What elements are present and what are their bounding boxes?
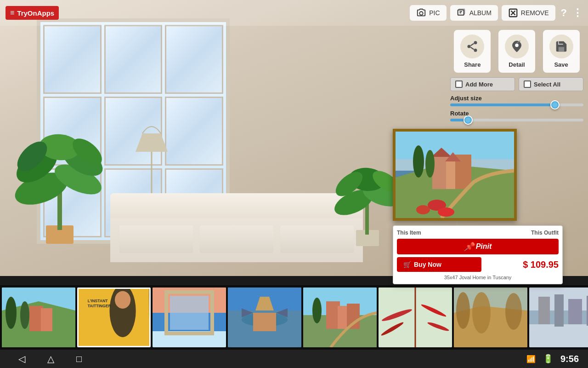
pic-label: PIC — [429, 9, 440, 17]
detail-label: Detail — [509, 61, 525, 68]
thumb-7-image — [454, 288, 527, 347]
home-button[interactable]: △ — [38, 351, 63, 366]
svg-line-48 — [471, 44, 474, 46]
detail-icon — [510, 40, 524, 53]
share-button[interactable]: Share — [454, 30, 491, 73]
thumb-3-image — [153, 288, 226, 347]
svg-point-46 — [468, 45, 471, 48]
svg-point-32 — [425, 150, 435, 178]
app-name: TryOnApps — [17, 9, 54, 17]
add-more-button[interactable]: Add More — [450, 77, 515, 91]
save-button[interactable]: Save — [543, 30, 580, 73]
buy-row: 🛒 Buy Now $ 109.95 — [397, 257, 559, 272]
svg-text:TAITTINGER: TAITTINGER — [88, 304, 112, 308]
battery-icon: 🔋 — [543, 354, 553, 364]
recent-button[interactable]: □ — [67, 351, 91, 366]
svg-point-54 — [6, 297, 17, 329]
rotate-thumb[interactable] — [464, 115, 473, 125]
svg-line-49 — [471, 47, 474, 50]
nav-right: 📶 🔋 9:56 — [526, 354, 579, 364]
svg-rect-73 — [253, 313, 276, 331]
buy-now-label: Buy Now — [414, 261, 441, 268]
right-panel: Share Detail Save — [450, 30, 583, 125]
rotate-track[interactable] — [450, 119, 583, 121]
thumbnail-2[interactable]: L'INSTANT TAITTINGER — [77, 288, 151, 347]
svg-point-55 — [20, 301, 29, 329]
popup-header: This Item This Outfit — [397, 230, 559, 236]
select-all-button[interactable]: Select All — [519, 77, 583, 91]
select-all-checkbox — [524, 80, 531, 88]
album-icon — [457, 8, 467, 18]
thumbnail-5[interactable] — [303, 288, 377, 347]
adjust-size-section: Adjust size — [450, 95, 583, 106]
svg-point-31 — [413, 145, 424, 178]
svg-point-91 — [456, 292, 470, 329]
save-icon-circle — [549, 34, 573, 58]
thumbnail-7[interactable] — [454, 288, 527, 347]
svg-rect-68 — [170, 296, 209, 330]
album-button[interactable]: ALBUM — [450, 5, 498, 21]
this-item-label: This Item — [397, 230, 421, 236]
thumb-8-image — [529, 288, 588, 347]
painting-frame — [393, 129, 517, 221]
add-more-checkbox — [455, 80, 463, 88]
svg-rect-39 — [458, 10, 464, 15]
buy-now-button[interactable]: 🛒 Buy Now — [397, 257, 481, 272]
svg-rect-96 — [538, 297, 550, 324]
svg-point-35 — [438, 207, 454, 217]
share-icon — [466, 40, 479, 53]
pic-button[interactable]: PIC — [410, 5, 446, 21]
select-all-label: Select All — [534, 81, 560, 88]
adjust-size-thumb[interactable] — [550, 100, 560, 109]
remove-button[interactable]: REMOVE — [502, 5, 555, 21]
svg-point-45 — [474, 41, 477, 44]
svg-text:L'INSTANT: L'INSTANT — [88, 299, 108, 303]
thumbnail-6[interactable] — [379, 288, 452, 347]
remove-icon — [508, 8, 518, 18]
top-toolbar: ≡ TryOnApps PIC ALBUM REMOVE ? ⋮ — [0, 0, 588, 26]
share-icon-circle — [460, 34, 484, 58]
svg-point-61 — [115, 291, 130, 309]
nav-left-buttons: ◁ △ □ — [9, 351, 91, 366]
popup-card: This Item This Outfit 📌 Pinit 🛒 Buy Now … — [393, 225, 563, 284]
save-icon — [554, 40, 568, 53]
svg-marker-9 — [136, 133, 168, 152]
thumb-2-image: L'INSTANT TAITTINGER — [79, 289, 149, 346]
share-label: Share — [464, 61, 481, 68]
cart-icon: 🛒 — [403, 261, 411, 268]
svg-point-92 — [472, 292, 491, 334]
hamburger-icon: ≡ — [10, 9, 14, 17]
svg-rect-97 — [554, 294, 564, 327]
price-display: $ 109.95 — [487, 259, 559, 270]
adjust-size-label: Adjust size — [450, 95, 583, 102]
plant-left — [14, 120, 106, 248]
painting-overlay[interactable] — [393, 129, 517, 221]
adjust-size-track[interactable] — [450, 104, 583, 106]
svg-point-36 — [420, 12, 423, 15]
thumbnail-4[interactable] — [228, 288, 301, 347]
svg-rect-98 — [568, 299, 582, 324]
thumbnail-3[interactable] — [153, 288, 226, 347]
camera-icon — [416, 8, 426, 18]
thumb-6-image — [379, 288, 452, 347]
thumb-5-image — [303, 288, 377, 347]
svg-rect-57 — [41, 308, 52, 331]
thumbnail-8[interactable] — [529, 288, 588, 347]
bottom-nav: ◁ △ □ 📶 🔋 9:56 — [0, 350, 588, 368]
wifi-icon: 📶 — [526, 355, 536, 363]
detail-button[interactable]: Detail — [498, 30, 535, 73]
back-button[interactable]: ◁ — [9, 351, 34, 366]
save-label: Save — [554, 61, 568, 68]
help-button[interactable]: ? — [561, 7, 567, 19]
thumbnail-1[interactable] — [2, 288, 75, 347]
app-logo: ≡ TryOnApps — [6, 6, 59, 20]
pinit-button[interactable]: 📌 Pinit — [397, 239, 559, 254]
bottom-strip: L'INSTANT TAITTINGER — [0, 285, 588, 350]
product-description: 35x47 Joval Home in Tuscany — [397, 275, 559, 280]
more-button[interactable]: ⋮ — [572, 7, 582, 19]
thumb-1-image — [2, 288, 75, 347]
remove-label: REMOVE — [521, 9, 549, 17]
pinit-label: Pinit — [476, 242, 492, 251]
svg-point-93 — [505, 293, 522, 330]
album-label: ALBUM — [469, 9, 492, 17]
